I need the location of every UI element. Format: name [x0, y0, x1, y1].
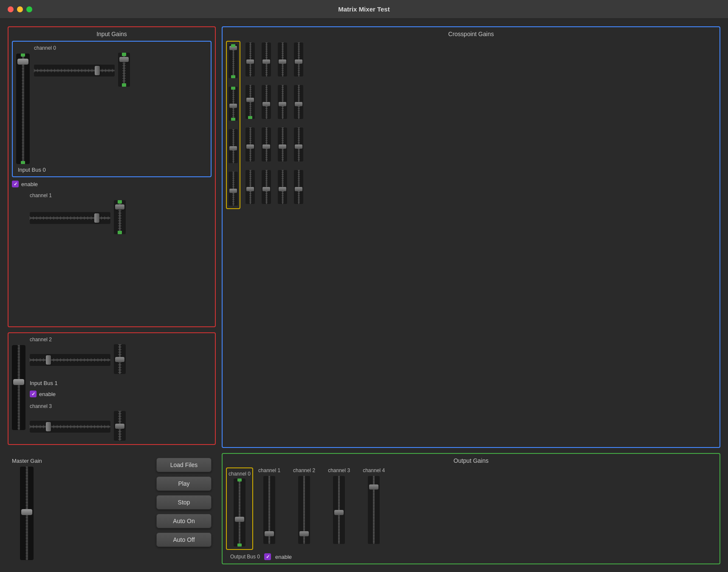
bus0-meter-bottom [21, 161, 25, 164]
xp-handle-0-3[interactable] [229, 189, 237, 193]
master-gain-label: Master Gain [12, 458, 42, 464]
output-fader-2[interactable] [298, 476, 310, 544]
xp-handle-2-1[interactable] [262, 102, 270, 106]
xp-handle-1-3[interactable] [246, 187, 254, 191]
channel-1-vfader[interactable] [114, 200, 126, 234]
xp-fader-4-1[interactable] [294, 85, 303, 119]
auto-on-button[interactable]: Auto On [156, 514, 212, 528]
xp-fader-1-3[interactable] [245, 170, 255, 204]
load-files-button[interactable]: Load Files [156, 458, 212, 472]
crosspoint-col-3 [276, 41, 289, 209]
output-handle-3[interactable] [334, 510, 344, 515]
output-fader-1[interactable] [263, 476, 275, 544]
xp-handle-2-2[interactable] [262, 144, 270, 149]
xp-handle-3-1[interactable] [279, 102, 286, 106]
channel-1-hfader-handle[interactable] [94, 213, 99, 223]
xp-fader-2-2[interactable] [262, 127, 271, 161]
xp-handle-4-1[interactable] [295, 102, 302, 106]
xp-handle-4-2[interactable] [295, 144, 302, 149]
channel-1-label: channel 1 [30, 193, 212, 198]
close-button[interactable] [8, 6, 14, 12]
channel-0-hfader-handle[interactable] [95, 66, 100, 75]
output-fader-0[interactable] [234, 479, 245, 547]
channel-3-vfader-handle[interactable] [115, 424, 124, 429]
output-handle-2[interactable] [299, 531, 309, 536]
xp-handle-0-1[interactable] [229, 104, 237, 108]
xp-handle-2-0[interactable] [262, 59, 270, 64]
channel-3-hfader-handle[interactable] [46, 422, 51, 431]
crosspoint-col-2 [260, 41, 273, 209]
channel-0-hfader[interactable] [34, 65, 115, 76]
xp-fader-2-3[interactable] [262, 170, 271, 204]
xp-cell-0-1 [229, 87, 238, 121]
channel-1-vfader-handle[interactable] [115, 204, 124, 210]
channel-2-vfader[interactable] [114, 344, 126, 374]
output-fader-3[interactable] [333, 476, 345, 544]
xp-fader-3-2[interactable] [278, 127, 287, 161]
master-gain-handle[interactable] [21, 509, 32, 515]
xp-handle-1-2[interactable] [246, 144, 254, 149]
xp-handle-2-3[interactable] [262, 187, 270, 191]
xp-fader-4-3[interactable] [294, 170, 303, 204]
channel-1-hfader[interactable] [30, 212, 110, 224]
output-col-0-yellow: channel 0 [226, 467, 253, 550]
xp-handle-4-0[interactable] [295, 59, 302, 64]
xp-fader-0-1[interactable] [229, 87, 238, 121]
xp-handle-3-2[interactable] [279, 144, 286, 149]
xp-meter-0-0-top [231, 44, 235, 47]
channel-0-vfader-handle[interactable] [119, 57, 129, 62]
channel-1-meter [118, 231, 122, 234]
output-bus-enable-checkbox[interactable] [264, 553, 271, 560]
xp-fader-3-1[interactable] [278, 85, 287, 119]
channel-3-hfader[interactable] [30, 421, 110, 433]
channel-3-vfader[interactable] [114, 411, 126, 441]
xp-fader-4-2[interactable] [294, 127, 303, 161]
output-gains-box: Output Gains channel 0 channel 1 [222, 453, 720, 564]
output-col-1: channel 1 [258, 467, 280, 544]
xp-fader-0-3[interactable] [229, 172, 238, 206]
xp-fader-4-0[interactable] [294, 42, 303, 76]
output-ch1-label: channel 1 [258, 467, 280, 473]
xp-fader-1-0[interactable] [245, 42, 255, 76]
xp-handle-4-3[interactable] [295, 187, 302, 191]
minimize-button[interactable] [17, 6, 23, 12]
channel-2-hfader-handle[interactable] [46, 355, 51, 365]
play-button[interactable]: Play [156, 476, 212, 491]
xp-handle-0-2[interactable] [229, 146, 237, 150]
master-gain-section: Master Gain [12, 458, 42, 560]
bus0-enable-checkbox[interactable] [12, 181, 19, 187]
xp-handle-1-0[interactable] [246, 59, 254, 64]
bus1-label: Input Bus 1 [30, 380, 212, 386]
xp-fader-1-2[interactable] [245, 127, 255, 161]
bus0-main-fader-handle[interactable] [17, 59, 28, 65]
stop-button[interactable]: Stop [156, 495, 212, 510]
output-bus-label: Output Bus 0 [230, 554, 260, 560]
output-handle-0[interactable] [235, 517, 244, 522]
xp-fader-3-3[interactable] [278, 170, 287, 204]
output-handle-1[interactable] [265, 531, 274, 536]
bus1-main-fader-handle[interactable] [13, 379, 24, 385]
xp-handle-1-1[interactable] [246, 98, 254, 102]
xp-fader-3-0[interactable] [278, 42, 287, 76]
xp-fader-2-1[interactable] [262, 85, 271, 119]
xp-fader-2-0[interactable] [262, 42, 271, 76]
xp-fader-1-1[interactable] [245, 85, 255, 119]
channel-2-vfader-handle[interactable] [115, 357, 124, 362]
channel-0-vfader[interactable] [118, 53, 130, 87]
xp-fader-0-0[interactable] [229, 44, 238, 78]
output-handle-4[interactable] [369, 484, 378, 490]
traffic-lights [8, 6, 32, 12]
xp-meter-0-1-top [231, 87, 235, 90]
auto-off-button[interactable]: Auto Off [156, 532, 212, 547]
xp-fader-0-2[interactable] [229, 129, 238, 163]
bus1-enable-checkbox[interactable] [30, 391, 37, 397]
output-fader-4[interactable] [368, 476, 380, 544]
bus0-main-fader[interactable] [16, 54, 30, 164]
channel-2-hfader[interactable] [30, 354, 110, 366]
xp-handle-3-0[interactable] [279, 59, 286, 64]
master-gain-fader[interactable] [20, 467, 34, 560]
maximize-button[interactable] [26, 6, 32, 12]
xp-handle-3-3[interactable] [279, 187, 286, 191]
bus1-main-fader[interactable] [12, 345, 25, 430]
input-gains-title: Input Gains [12, 31, 212, 37]
